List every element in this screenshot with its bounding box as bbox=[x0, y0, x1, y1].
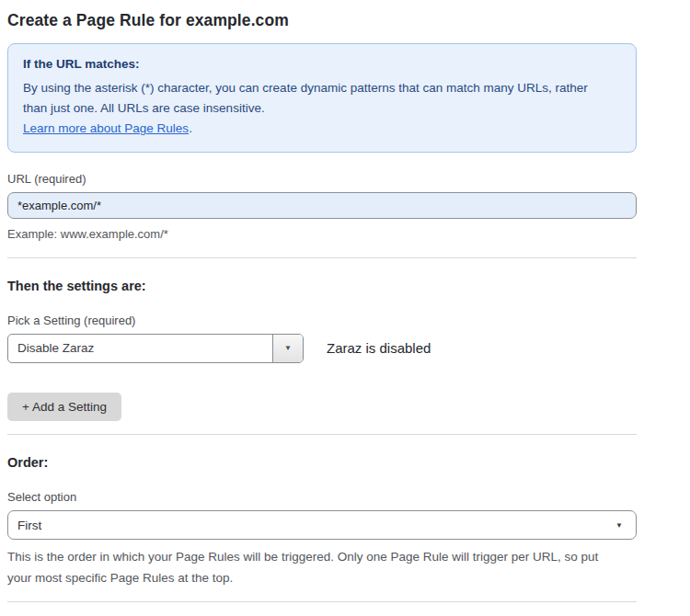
order-select-label: Select option bbox=[7, 490, 637, 504]
caret-down-icon: ▼ bbox=[615, 521, 623, 530]
settings-section-heading: Then the settings are: bbox=[7, 279, 637, 293]
order-helper-text: This is the order in which your Page Rul… bbox=[7, 547, 624, 588]
add-setting-button[interactable]: + Add a Setting bbox=[7, 393, 121, 422]
setting-dropdown-button[interactable]: ▼ bbox=[272, 335, 303, 362]
info-link-row: Learn more about Page Rules. bbox=[23, 119, 621, 140]
setting-dropdown[interactable]: Disable Zaraz ▼ bbox=[7, 334, 304, 363]
url-input[interactable] bbox=[7, 192, 637, 219]
info-box-body: By using the asterisk (*) character, you… bbox=[23, 78, 612, 120]
info-box-heading: If the URL matches: bbox=[23, 54, 621, 74]
url-field-helper: Example: www.example.com/* bbox=[7, 225, 637, 245]
setting-row: Disable Zaraz ▼ Zaraz is disabled bbox=[7, 334, 637, 363]
setting-picker-label: Pick a Setting (required) bbox=[7, 314, 637, 327]
order-select-value: First bbox=[17, 519, 41, 532]
caret-down-icon: ▼ bbox=[284, 344, 292, 352]
divider bbox=[7, 257, 637, 258]
learn-more-link[interactable]: Learn more about Page Rules bbox=[23, 121, 189, 135]
link-suffix: . bbox=[189, 121, 192, 135]
order-select[interactable]: First ▼ bbox=[7, 510, 637, 540]
page-title: Create a Page Rule for example.com bbox=[7, 11, 637, 30]
url-match-info-box: If the URL matches: By using the asteris… bbox=[7, 43, 637, 153]
url-field-label: URL (required) bbox=[7, 172, 637, 186]
divider bbox=[7, 434, 637, 435]
setting-dropdown-value: Disable Zaraz bbox=[8, 335, 272, 362]
divider bbox=[7, 601, 637, 602]
order-section-heading: Order: bbox=[7, 455, 637, 470]
setting-status-text: Zaraz is disabled bbox=[327, 340, 431, 356]
page-rule-form: Create a Page Rule for example.com If th… bbox=[0, 0, 690, 616]
